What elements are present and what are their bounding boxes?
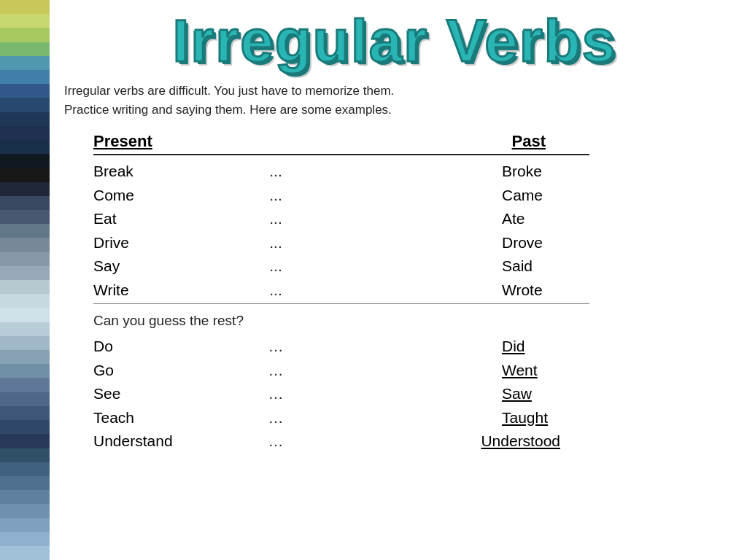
table-row: Go … Went bbox=[93, 359, 589, 383]
color-block bbox=[0, 336, 50, 350]
color-block bbox=[0, 462, 50, 476]
color-block bbox=[0, 140, 50, 154]
color-block bbox=[0, 322, 50, 336]
verb-dots: ... bbox=[239, 184, 312, 208]
verb-dots: ... bbox=[239, 207, 312, 231]
verb-past: Ate bbox=[502, 207, 589, 231]
verb-past: Understood bbox=[481, 429, 589, 454]
color-block bbox=[0, 154, 50, 168]
verb-table: Present Past Break ... Broke Come ... Ca… bbox=[93, 132, 589, 454]
color-block bbox=[0, 126, 50, 140]
color-block bbox=[0, 546, 50, 560]
verb-past: Saw bbox=[502, 382, 589, 406]
color-block bbox=[0, 0, 50, 14]
known-verbs-section: Break ... Broke Come ... Came Eat ... At… bbox=[93, 160, 589, 304]
guess-text: Can you guess the rest? bbox=[93, 313, 589, 329]
table-row: See … Saw bbox=[93, 382, 589, 406]
color-block bbox=[0, 294, 50, 308]
color-block bbox=[0, 420, 50, 434]
verb-past: Drove bbox=[502, 231, 589, 255]
color-block bbox=[0, 238, 50, 252]
table-row: Drive ... Drove bbox=[93, 231, 589, 255]
color-block bbox=[0, 434, 50, 448]
table-row: Eat ... Ate bbox=[93, 207, 589, 231]
color-block bbox=[0, 224, 50, 238]
header-past: Past bbox=[512, 132, 589, 151]
color-block bbox=[0, 406, 50, 420]
color-block bbox=[0, 504, 50, 518]
color-block bbox=[0, 518, 50, 532]
page-title: Irregular Verbs bbox=[166, 7, 624, 74]
color-block bbox=[0, 364, 50, 378]
color-block bbox=[0, 182, 50, 196]
table-row: Say ... Said bbox=[93, 254, 589, 279]
color-block bbox=[0, 280, 50, 294]
table-row: Teach … Taught bbox=[93, 406, 589, 430]
color-block bbox=[0, 392, 50, 406]
verb-past: Broke bbox=[502, 160, 589, 184]
verb-present: Come bbox=[93, 184, 239, 208]
guess-verbs-section: Do … Did Go … Went See … Saw Teach … Tau… bbox=[93, 335, 589, 454]
verb-present: Break bbox=[93, 160, 239, 184]
table-header: Present Past bbox=[93, 132, 589, 155]
color-block bbox=[0, 378, 50, 392]
color-block bbox=[0, 490, 50, 504]
main-content: Irregular Verbs Irregular verbs are diff… bbox=[50, 0, 747, 560]
verb-dots: … bbox=[239, 406, 312, 430]
verb-present: Eat bbox=[93, 207, 239, 231]
color-block bbox=[0, 350, 50, 364]
verb-past: Said bbox=[502, 254, 589, 279]
color-block bbox=[0, 112, 50, 126]
color-block bbox=[0, 252, 50, 266]
verb-present: Write bbox=[93, 279, 239, 303]
color-block bbox=[0, 266, 50, 280]
title-container: Irregular Verbs bbox=[64, 7, 725, 74]
color-block bbox=[0, 84, 50, 98]
verb-dots: … bbox=[239, 335, 312, 359]
verb-present: Teach bbox=[93, 406, 239, 430]
verb-present: Do bbox=[93, 335, 239, 359]
verb-present: Go bbox=[93, 359, 239, 383]
color-block bbox=[0, 532, 50, 546]
color-block bbox=[0, 28, 50, 42]
verb-past: Wrote bbox=[502, 279, 589, 303]
color-block bbox=[0, 70, 50, 84]
verb-past: Did bbox=[502, 335, 589, 359]
verb-present: Say bbox=[93, 254, 239, 279]
verb-dots: … bbox=[239, 429, 312, 454]
verb-dots: … bbox=[239, 359, 312, 383]
table-row: Do … Did bbox=[93, 335, 589, 359]
verb-present: See bbox=[93, 382, 239, 406]
color-block bbox=[0, 448, 50, 462]
color-block bbox=[0, 42, 50, 56]
color-block bbox=[0, 210, 50, 224]
header-present: Present bbox=[93, 132, 312, 151]
intro-line2: Practice writing and saying them. Here a… bbox=[64, 103, 392, 117]
color-block bbox=[0, 308, 50, 322]
verb-past: Came bbox=[502, 184, 589, 208]
color-block bbox=[0, 476, 50, 490]
verb-present: Drive bbox=[93, 231, 239, 255]
color-block bbox=[0, 168, 50, 182]
verb-dots: ... bbox=[239, 279, 312, 303]
verb-dots: ... bbox=[239, 254, 312, 279]
intro-line1: Irregular verbs are difficult. You just … bbox=[64, 84, 394, 98]
color-block bbox=[0, 98, 50, 112]
color-strip bbox=[0, 0, 50, 560]
verb-dots: ... bbox=[239, 160, 312, 184]
verb-past: Taught bbox=[502, 406, 589, 430]
verb-dots: ... bbox=[239, 231, 312, 255]
intro-text: Irregular verbs are difficult. You just … bbox=[64, 82, 725, 119]
table-row: Write ... Wrote bbox=[93, 279, 589, 303]
verb-past: Went bbox=[502, 359, 589, 383]
verb-present: Understand bbox=[93, 429, 239, 454]
table-row: Come ... Came bbox=[93, 184, 589, 208]
color-block bbox=[0, 14, 50, 28]
table-row: Understand … Understood bbox=[93, 429, 589, 454]
table-row: Break ... Broke bbox=[93, 160, 589, 184]
color-block bbox=[0, 56, 50, 70]
color-block bbox=[0, 196, 50, 210]
verb-dots: … bbox=[239, 382, 312, 406]
